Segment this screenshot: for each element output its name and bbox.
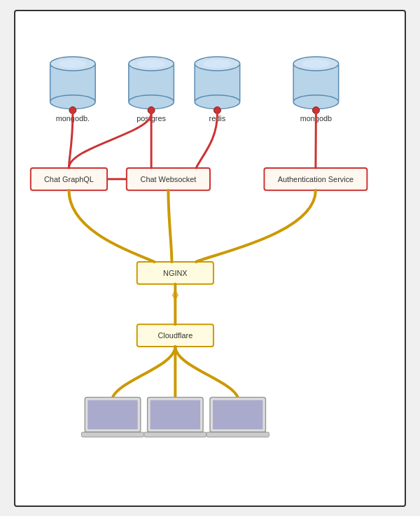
svg-rect-22: [88, 400, 137, 429]
diagram-container: mongodb. postgres redis mongodb Chat Gra…: [14, 10, 406, 507]
svg-point-18: [302, 60, 330, 68]
svg-point-3: [59, 60, 87, 68]
svg-rect-23: [81, 432, 144, 437]
svg-point-8: [137, 60, 165, 68]
label-auth-service: Authentication Service: [278, 174, 354, 183]
svg-rect-27: [144, 432, 206, 437]
laptop-center: [144, 397, 206, 437]
svg-marker-20: [172, 289, 178, 300]
label-chat-websocket: Chat Websocket: [141, 174, 197, 183]
laptop-right: [206, 397, 269, 437]
db-postgres: [129, 57, 174, 113]
db-redis: [195, 57, 240, 113]
svg-rect-31: [206, 432, 269, 437]
laptop-left: [81, 397, 144, 437]
svg-rect-30: [213, 400, 262, 429]
label-cloudflare: Cloudflare: [158, 331, 192, 340]
svg-rect-26: [150, 400, 200, 429]
label-nginx: NGINX: [163, 268, 188, 277]
db-mongodb1: [50, 57, 96, 113]
db-mongodb2: [293, 57, 339, 113]
svg-point-13: [204, 60, 232, 68]
label-chat-graphql: Chat GraphQL: [44, 174, 94, 183]
